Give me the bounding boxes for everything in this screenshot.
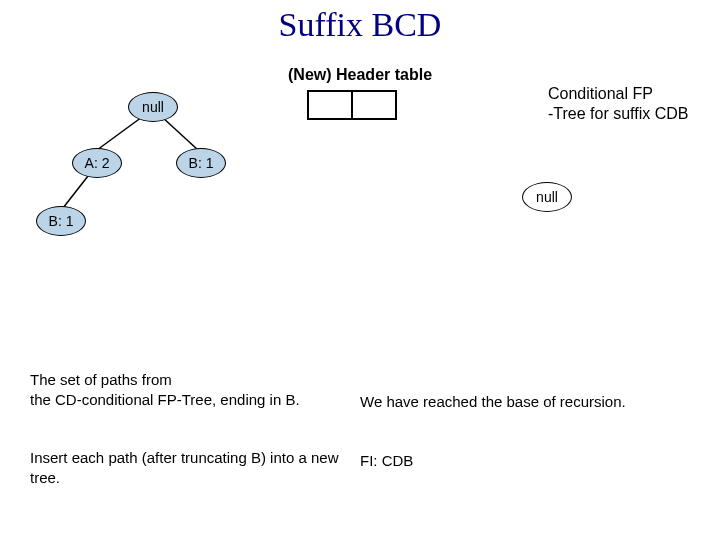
left-tree-node-b-left: B: 1 [36,206,86,236]
slide: Suffix BCD (New) Header table Conditiona… [0,0,720,540]
left-explanation-text: The set of paths fromthe CD-conditional … [30,370,340,487]
left-tree-node-a: A: 2 [72,148,122,178]
left-tree-root-node: null [128,92,178,122]
svg-line-0 [97,117,142,150]
right-explanation-text: We have reached the base of recursion.FI… [360,392,680,470]
svg-line-2 [63,176,88,208]
left-tree-node-b-right: B: 1 [176,148,226,178]
header-table [307,90,397,120]
header-table-label: (New) Header table [288,66,432,84]
right-tree-root-node: null [522,182,572,212]
header-table-divider [351,92,353,118]
svg-line-1 [162,117,198,150]
conditional-fp-label: Conditional FP-Tree for suffix CDB [548,84,708,124]
slide-title: Suffix BCD [0,6,720,44]
